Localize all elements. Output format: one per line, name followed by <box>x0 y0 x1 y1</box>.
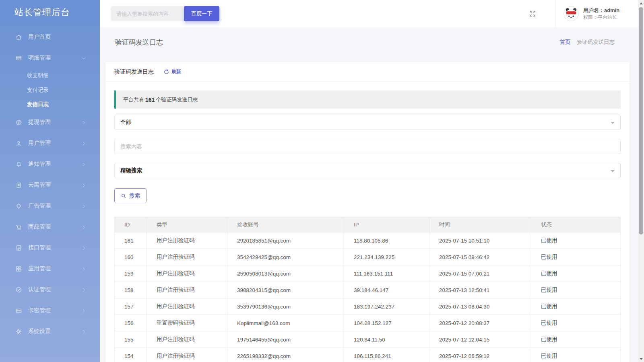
log-card: 验证码发送日志 刷新 平台共有 161 个验证码发送日志 全部 <box>105 62 630 362</box>
col-header-id: ID <box>115 217 147 232</box>
cell-account: 3539790136@qq.com <box>227 298 344 315</box>
cell-account: 3908204315@qq.com <box>227 282 344 298</box>
app-grid-icon <box>15 265 22 272</box>
sidebar-item-user-mgmt[interactable]: 用户管理 <box>0 133 100 154</box>
arrow-up-icon <box>640 1 643 4</box>
cell-ip: 183.197.242.237 <box>344 298 429 315</box>
chevron-right-icon <box>81 204 86 208</box>
gear-icon <box>15 328 22 335</box>
refresh-icon <box>163 69 169 75</box>
sidebar-item-api-mgmt[interactable]: 接口管理 <box>0 237 100 258</box>
sidebar-item-cert-mgmt[interactable]: 认证管理 <box>0 279 100 300</box>
user-menu[interactable]: 用户名：admin 权限：平台站长 <box>555 0 638 27</box>
cell-id: 158 <box>115 282 147 298</box>
document-icon <box>15 182 22 189</box>
table-row: 161用户注册验证码2920185851@qq.com118.80.105.86… <box>115 232 621 249</box>
cell-time: 2025-07-15 07:00:21 <box>429 265 531 282</box>
sidebar-item-label: 认证管理 <box>28 286 51 293</box>
cell-account: Koplimmail@163.com <box>227 315 344 331</box>
main-content: 验证码发送日志 首页 验证码发送日志 验证码发送日志 刷新 平台共有 161 个… <box>100 27 638 362</box>
cell-status: 已使用 <box>531 315 621 331</box>
chevron-right-icon <box>81 120 86 125</box>
sidebar-item-label: 支付记录 <box>27 86 49 94</box>
alert-count: 161 <box>145 97 155 103</box>
sidebar-item-app-mgmt[interactable]: 应用管理 <box>0 258 100 279</box>
yen-circle-icon <box>15 119 22 126</box>
sidebar-item-withdraw-mgmt[interactable]: 提现管理 <box>0 112 100 133</box>
cell-id: 155 <box>115 331 147 348</box>
alert-suffix: 个验证码发送日志 <box>156 96 198 103</box>
sidebar-item-cardkey-mgmt[interactable]: 卡密管理 <box>0 300 100 321</box>
log-table: ID 类型 接收账号 IP 时间 状态 161用户注册验证码2920185851… <box>114 217 621 362</box>
cell-type: 用户注册验证码 <box>147 348 227 362</box>
sidebar-item-label: 接口管理 <box>28 244 51 251</box>
scrollbar-thumb[interactable] <box>639 7 643 234</box>
topbar-right: 用户名：admin 权限：平台站长 <box>528 0 638 27</box>
table-header-row: ID 类型 接收账号 IP 时间 状态 <box>115 217 621 232</box>
cell-status: 已使用 <box>531 265 621 282</box>
breadcrumb-home-link[interactable]: 首页 <box>560 39 571 46</box>
user-role: 权限：平台站长 <box>583 14 619 21</box>
search-button[interactable]: 搜索 <box>114 188 147 203</box>
table-row: 158用户注册验证码3908204315@qq.com39.184.46.147… <box>115 282 621 298</box>
sidebar-item-send-log[interactable]: 发信日志 <box>0 97 100 112</box>
fullscreen-icon[interactable] <box>528 10 537 18</box>
refresh-button[interactable]: 刷新 <box>163 68 181 75</box>
sidebar-item-blacklist-mgmt[interactable]: 云黑管理 <box>0 175 100 195</box>
chevron-right-icon <box>81 245 86 250</box>
cell-account: 1975146455@qq.com <box>227 331 344 348</box>
home-icon <box>15 34 22 41</box>
sidebar-item-label: 商品管理 <box>28 223 51 230</box>
user-icon <box>15 140 22 147</box>
cell-id: 156 <box>115 315 147 331</box>
sidebar-item-label: 提现管理 <box>28 119 51 126</box>
chevron-right-icon <box>81 308 86 313</box>
keyword-input[interactable] <box>114 139 621 154</box>
table-row: 157用户注册验证码3539790136@qq.com183.197.242.2… <box>115 298 621 315</box>
mode-select[interactable]: 精确搜索 <box>114 163 621 178</box>
sidebar-item-label: 通知管理 <box>28 160 51 168</box>
chevron-right-icon <box>81 329 86 334</box>
cart-icon <box>15 224 22 230</box>
sidebar-item-detail-mgmt[interactable]: 明细管理 <box>0 47 100 68</box>
scrollbar-up-button[interactable] <box>638 0 644 6</box>
page-title: 验证码发送日志 <box>115 38 163 47</box>
cell-time: 2025-07-13 08:04:30 <box>429 298 531 315</box>
sidebar-nav: 用户首页 明细管理 收支明细 支付记录 发信日志 提现管理 用户管理 <box>0 27 100 342</box>
sidebar-item-product-mgmt[interactable]: 商品管理 <box>0 216 100 237</box>
baidu-search-input[interactable] <box>111 6 186 21</box>
sidebar: 站长管理后台 用户首页 明细管理 收支明细 支付记录 发信日志 提现管理 <box>0 0 100 362</box>
col-header-account: 接收账号 <box>227 217 344 232</box>
baidu-search-button[interactable]: 百度一下 <box>184 6 219 21</box>
chevron-right-icon <box>81 162 86 167</box>
page-header: 验证码发送日志 首页 验证码发送日志 <box>100 27 638 57</box>
cell-ip: 111.163.151.111 <box>344 265 429 282</box>
type-select[interactable]: 全部 <box>114 115 621 130</box>
cell-ip: 221.234.139.225 <box>344 249 429 265</box>
scrollbar-down-button[interactable] <box>638 356 644 362</box>
cell-type: 用户注册验证码 <box>147 265 227 282</box>
topbar: 百度一下 用户名：admin 权限：平台站长 <box>100 0 638 27</box>
cell-id: 157 <box>115 298 147 315</box>
sidebar-item-ad-mgmt[interactable]: 广告管理 <box>0 195 100 216</box>
cell-status: 已使用 <box>531 282 621 298</box>
cell-ip: 118.80.105.86 <box>344 232 429 249</box>
cell-account: 2265198332@qq.com <box>227 348 344 362</box>
sidebar-item-payment-records[interactable]: 支付记录 <box>0 83 100 97</box>
cell-status: 已使用 <box>531 298 621 315</box>
sidebar-item-income-detail[interactable]: 收支明细 <box>0 68 100 83</box>
count-alert: 平台共有 161 个验证码发送日志 <box>114 90 621 109</box>
chevron-right-icon <box>81 183 86 187</box>
card-tab[interactable]: 验证码发送日志 <box>114 68 154 76</box>
cell-time: 2025-07-15 10:51:10 <box>429 232 531 249</box>
sidebar-item-label: 用户首页 <box>28 33 51 41</box>
sidebar-item-notice-mgmt[interactable]: 通知管理 <box>0 154 100 175</box>
scrollbar[interactable] <box>638 0 644 362</box>
sidebar-item-user-home[interactable]: 用户首页 <box>0 27 100 47</box>
sidebar-item-system-settings[interactable]: 系统设置 <box>0 321 100 342</box>
cell-status: 已使用 <box>531 232 621 249</box>
chevron-right-icon <box>81 266 86 271</box>
table-row: 154用户注册验证码2265198332@qq.com106.115.86.24… <box>115 348 621 362</box>
table-row: 156重置密码验证码Koplimmail@163.com104.28.152.1… <box>115 315 621 331</box>
card-body: 平台共有 161 个验证码发送日志 全部 精确搜索 搜索 <box>105 82 630 362</box>
